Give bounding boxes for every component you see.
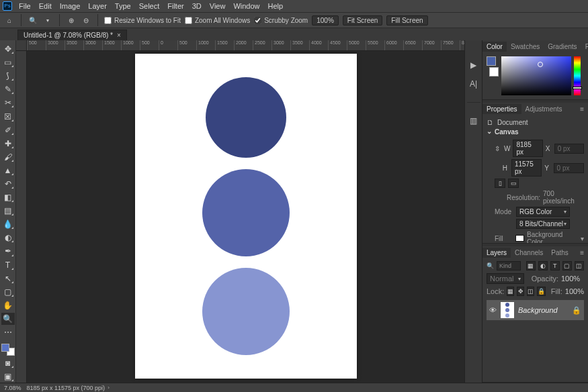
edit-toolbar-icon[interactable]: ⋯ — [1, 326, 15, 338]
dropdown-icon[interactable]: ▾ — [42, 15, 53, 26]
ruler-vertical[interactable] — [16, 51, 27, 383]
fit-screen-button[interactable]: Fit Screen — [343, 15, 383, 26]
layer-filter-kind[interactable]: Kind — [497, 261, 521, 271]
foreground-color-swatch[interactable] — [1, 344, 9, 352]
zoom-out-icon[interactable]: ⊖ — [81, 15, 91, 26]
orientation-portrait-button[interactable]: ▯ — [495, 179, 505, 188]
screen-mode-tool[interactable]: ▣ — [1, 371, 15, 383]
healing-tool[interactable]: ✚ — [1, 138, 15, 150]
character-panel-icon[interactable]: A| — [470, 79, 477, 89]
quick-mask-tool[interactable]: ◙ — [1, 357, 15, 369]
document-tab[interactable]: Untitled-1 @ 7.08% (RGB/8) * × — [17, 30, 127, 40]
stamp-tool[interactable]: ▲ — [1, 164, 15, 177]
zoom-in-icon[interactable]: ⊕ — [66, 15, 77, 26]
color-fg-bg-swatch[interactable] — [487, 56, 499, 77]
filter-shape-icon[interactable]: ▢ — [562, 261, 572, 271]
gradient-tool[interactable]: ▤ — [1, 205, 15, 217]
tab-color[interactable]: Color — [482, 42, 507, 52]
menu-view[interactable]: View — [206, 2, 230, 10]
layer-fill-field[interactable]: 100% — [565, 287, 584, 295]
layers-panel-menu-icon[interactable]: ≡ — [576, 248, 588, 258]
quick-select-tool[interactable]: ✎ — [1, 83, 15, 95]
color-field[interactable] — [501, 56, 571, 95]
tab-swatches[interactable]: Swatches — [507, 42, 544, 52]
bit-depth-select[interactable]: 8 Bits/Channel▾ — [516, 219, 570, 229]
shape-tool[interactable]: ▢ — [1, 286, 15, 298]
hand-tool[interactable]: ✋ — [1, 299, 15, 311]
crop-tool[interactable]: ✂ — [1, 97, 15, 109]
blend-mode-select[interactable]: Normal▾ — [487, 273, 524, 284]
filter-adjust-icon[interactable]: ◐ — [538, 261, 548, 271]
tab-layers[interactable]: Layers — [482, 248, 511, 258]
menu-edit[interactable]: Edit — [35, 2, 56, 10]
marquee-tool[interactable]: ▭ — [1, 56, 15, 68]
opacity-field[interactable]: 100% — [561, 275, 584, 283]
path-select-tool[interactable]: ↖ — [1, 273, 15, 285]
width-field[interactable]: 8185 px — [513, 140, 542, 157]
lock-all-icon[interactable]: 🔒 — [537, 287, 546, 296]
link-wh-icon[interactable]: ⇳ — [495, 145, 500, 152]
menu-window[interactable]: Window — [229, 2, 263, 10]
eyedropper-tool[interactable]: ✐ — [1, 124, 15, 136]
zoom-tool-icon[interactable]: 🔍 — [28, 15, 38, 26]
search-icon[interactable]: 🔍 — [487, 262, 494, 269]
canvas-section-toggle[interactable]: Canvas — [487, 126, 584, 138]
menu-image[interactable]: Image — [56, 2, 85, 10]
tab-gradients[interactable]: Gradients — [544, 42, 581, 52]
properties-panel-menu-icon[interactable]: ≡ — [576, 104, 588, 114]
status-zoom[interactable]: 7.08% — [4, 385, 22, 391]
hue-slider[interactable] — [574, 56, 581, 95]
tab-adjustments[interactable]: Adjustments — [521, 104, 566, 114]
zoom-all-checkbox[interactable] — [185, 17, 192, 24]
blur-tool[interactable]: 💧 — [1, 218, 15, 230]
close-document-icon[interactable]: × — [117, 32, 121, 39]
menu-select[interactable]: Select — [135, 2, 164, 10]
zoom-100-button[interactable]: 100% — [312, 15, 339, 26]
chevron-down-icon[interactable]: ▾ — [581, 235, 584, 242]
bg-swatch[interactable] — [489, 67, 499, 77]
tab-properties[interactable]: Properties — [482, 104, 521, 114]
menu-help[interactable]: Help — [264, 2, 288, 10]
filter-smart-icon[interactable]: ◫ — [575, 261, 584, 271]
menu-type[interactable]: Type — [111, 2, 135, 10]
height-field[interactable]: 11575 px — [511, 159, 542, 177]
scrubby-zoom-checkbox[interactable] — [254, 17, 261, 24]
menu-3d[interactable]: 3D — [188, 2, 206, 10]
zoom-all-option[interactable]: Zoom All Windows — [185, 17, 250, 24]
dodge-tool[interactable]: ◐ — [1, 232, 15, 244]
fg-swatch[interactable] — [487, 56, 496, 66]
layer-visibility-icon[interactable]: 👁 — [489, 306, 497, 314]
lock-artboard-icon[interactable]: ◫ — [527, 287, 534, 296]
status-dimensions[interactable]: 8185 px x 11575 px (700 ppi) › — [27, 385, 110, 391]
history-brush-tool[interactable]: ↶ — [1, 178, 15, 190]
tab-channels[interactable]: Channels — [511, 248, 547, 258]
frame-tool[interactable]: ☒ — [1, 110, 15, 122]
tab-patterns[interactable]: Patterns — [581, 42, 588, 52]
resize-windows-checkbox[interactable] — [104, 17, 112, 24]
fill-screen-button[interactable]: Fill Screen — [386, 15, 427, 26]
history-panel-icon[interactable]: ▶ — [470, 60, 476, 70]
eraser-tool[interactable]: ◧ — [1, 191, 15, 203]
canvas-viewport[interactable] — [27, 51, 464, 383]
ruler-horizontal[interactable]: 5003000350030001500100050005001000150020… — [16, 40, 464, 51]
filter-type-icon[interactable]: T — [550, 261, 560, 271]
libraries-panel-icon[interactable]: ▥ — [470, 116, 477, 126]
home-icon[interactable]: ⌂ — [4, 15, 15, 26]
fill-color-swatch[interactable] — [515, 235, 524, 242]
lock-position-icon[interactable]: ✥ — [517, 287, 523, 296]
move-tool[interactable]: ✥ — [1, 43, 15, 55]
brush-tool[interactable]: 🖌 — [1, 151, 15, 163]
tab-paths[interactable]: Paths — [547, 248, 573, 258]
menu-file[interactable]: File — [15, 2, 35, 10]
menu-filter[interactable]: Filter — [163, 2, 187, 10]
lock-pixels-icon[interactable]: ▦ — [507, 287, 514, 296]
filter-pixel-icon[interactable]: ▦ — [526, 261, 536, 271]
type-tool[interactable]: T — [1, 259, 15, 271]
layer-lock-icon[interactable]: 🔒 — [572, 306, 581, 315]
layer-row[interactable]: 👁 Background 🔒 — [487, 300, 584, 320]
lasso-tool[interactable]: ⟆ — [1, 70, 15, 82]
menu-layer[interactable]: Layer — [84, 2, 111, 10]
hue-slider-thumb[interactable] — [573, 87, 582, 89]
scrubby-zoom-option[interactable]: Scrubby Zoom — [254, 17, 308, 24]
resize-windows-option[interactable]: Resize Windows to Fit — [104, 17, 181, 24]
